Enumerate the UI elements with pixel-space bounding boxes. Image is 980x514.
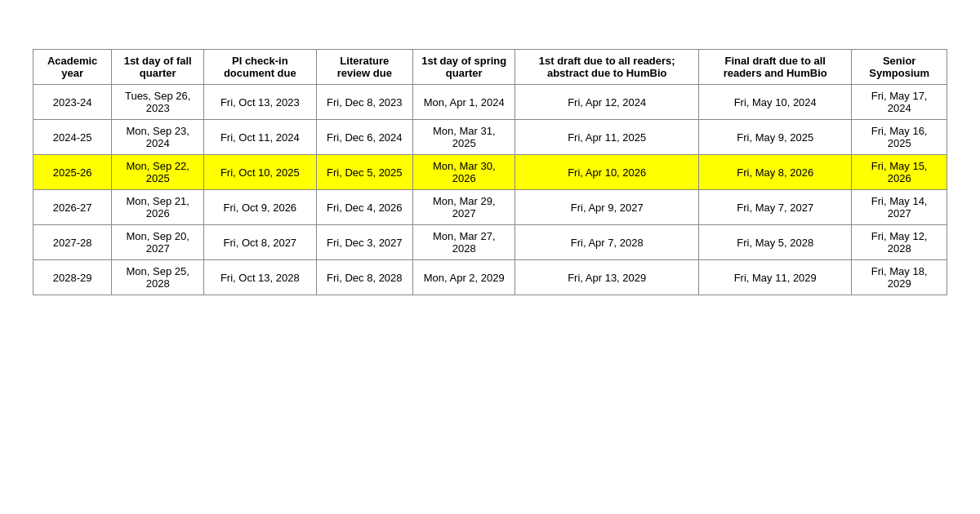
table-cell: Mon, Sep 20, 2027 xyxy=(112,225,204,260)
table-cell: Fri, May 16, 2025 xyxy=(852,120,947,155)
table-cell: Mon, Mar 29, 2027 xyxy=(413,190,515,225)
table-cell: Tues, Sep 26, 2023 xyxy=(112,85,204,120)
table-cell: Mon, Sep 23, 2024 xyxy=(112,120,204,155)
table-cell: 2025-26 xyxy=(33,155,112,190)
table-cell: 2024-25 xyxy=(33,120,112,155)
table-cell: Fri, May 5, 2028 xyxy=(699,225,852,260)
col-header-symposium: Senior Symposium xyxy=(852,50,947,85)
academic-schedule-table: Academic year 1st day of fall quarter PI… xyxy=(33,49,947,295)
table-cell: Mon, Mar 31, 2025 xyxy=(413,120,515,155)
table-cell: Fri, May 14, 2027 xyxy=(852,190,947,225)
table-cell: Fri, Dec 8, 2028 xyxy=(316,260,413,295)
table-cell: 2028-29 xyxy=(33,260,112,295)
table-cell: Fri, Apr 9, 2027 xyxy=(515,190,699,225)
table-row: 2028-29Mon, Sep 25, 2028Fri, Oct 13, 202… xyxy=(33,260,947,295)
schedule-table-wrapper: Academic year 1st day of fall quarter PI… xyxy=(33,49,947,295)
table-cell: Mon, Mar 30, 2026 xyxy=(413,155,515,190)
col-header-first-draft: 1st draft due to all readers; abstract d… xyxy=(515,50,699,85)
table-cell: Fri, Dec 8, 2023 xyxy=(316,85,413,120)
table-cell: Fri, May 9, 2025 xyxy=(699,120,852,155)
table-body: 2023-24Tues, Sep 26, 2023Fri, Oct 13, 20… xyxy=(33,85,947,295)
table-cell: Fri, Oct 11, 2024 xyxy=(204,120,316,155)
table-cell: Fri, Apr 10, 2026 xyxy=(515,155,699,190)
table-cell: Fri, Dec 3, 2027 xyxy=(316,225,413,260)
table-cell: Fri, May 18, 2029 xyxy=(852,260,947,295)
table-cell: 2027-28 xyxy=(33,225,112,260)
table-cell: Fri, Oct 8, 2027 xyxy=(204,225,316,260)
table-cell: Fri, May 11, 2029 xyxy=(699,260,852,295)
table-cell: Mon, Apr 1, 2024 xyxy=(413,85,515,120)
table-row: 2025-26Mon, Sep 22, 2025Fri, Oct 10, 202… xyxy=(33,155,947,190)
col-header-pi-checkin: PI check-in document due xyxy=(204,50,316,85)
table-cell: Fri, May 17, 2024 xyxy=(852,85,947,120)
table-cell: Fri, Apr 13, 2029 xyxy=(515,260,699,295)
table-row: 2024-25Mon, Sep 23, 2024Fri, Oct 11, 202… xyxy=(33,120,947,155)
table-cell: Fri, May 15, 2026 xyxy=(852,155,947,190)
table-cell: Fri, Oct 10, 2025 xyxy=(204,155,316,190)
table-cell: Fri, Dec 5, 2025 xyxy=(316,155,413,190)
table-row: 2023-24Tues, Sep 26, 2023Fri, Oct 13, 20… xyxy=(33,85,947,120)
table-cell: Mon, Mar 27, 2028 xyxy=(413,225,515,260)
table-header-row: Academic year 1st day of fall quarter PI… xyxy=(33,50,947,85)
col-header-final-draft: Final draft due to all readers and HumBi… xyxy=(699,50,852,85)
table-cell: 2026-27 xyxy=(33,190,112,225)
table-cell: Fri, May 8, 2026 xyxy=(699,155,852,190)
table-cell: Fri, Oct 13, 2028 xyxy=(204,260,316,295)
table-cell: Fri, Apr 11, 2025 xyxy=(515,120,699,155)
table-row: 2026-27Mon, Sep 21, 2026Fri, Oct 9, 2026… xyxy=(33,190,947,225)
table-cell: Fri, Apr 7, 2028 xyxy=(515,225,699,260)
table-cell: Fri, Oct 9, 2026 xyxy=(204,190,316,225)
table-cell: Fri, May 12, 2028 xyxy=(852,225,947,260)
table-cell: Mon, Sep 22, 2025 xyxy=(112,155,204,190)
table-cell: Mon, Sep 25, 2028 xyxy=(112,260,204,295)
col-header-lit-review: Literature review due xyxy=(316,50,413,85)
table-cell: Mon, Apr 2, 2029 xyxy=(413,260,515,295)
table-cell: Fri, May 7, 2027 xyxy=(699,190,852,225)
table-cell: Mon, Sep 21, 2026 xyxy=(112,190,204,225)
table-cell: Fri, May 10, 2024 xyxy=(699,85,852,120)
table-cell: 2023-24 xyxy=(33,85,112,120)
table-cell: Fri, Dec 4, 2026 xyxy=(316,190,413,225)
table-cell: Fri, Oct 13, 2023 xyxy=(204,85,316,120)
table-cell: Fri, Dec 6, 2024 xyxy=(316,120,413,155)
col-header-academic-year: Academic year xyxy=(33,50,112,85)
col-header-fall-quarter: 1st day of fall quarter xyxy=(112,50,204,85)
col-header-spring-quarter: 1st day of spring quarter xyxy=(413,50,515,85)
table-row: 2027-28Mon, Sep 20, 2027Fri, Oct 8, 2027… xyxy=(33,225,947,260)
table-cell: Fri, Apr 12, 2024 xyxy=(515,85,699,120)
